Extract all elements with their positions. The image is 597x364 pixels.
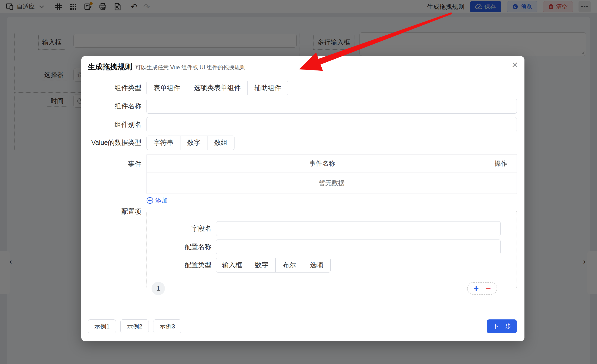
- add-event-label: 添加: [155, 196, 168, 205]
- events-table-header: 事件名称 操作: [147, 155, 517, 172]
- config-index-badge: 1: [152, 282, 165, 295]
- circle-plus-icon: [147, 197, 153, 204]
- component-alias-input[interactable]: [147, 117, 517, 132]
- component-type-option-option-form[interactable]: 选项类表单组件: [187, 81, 248, 95]
- config-item-box: 字段名 配置名称 配置类型 输入框 数字 布尔 选项: [147, 211, 517, 288]
- field-name-input[interactable]: [216, 221, 501, 236]
- value-type-group: 字符串 数字 数组: [147, 136, 517, 150]
- example1-button[interactable]: 示例1: [88, 319, 116, 333]
- value-type-label: Value的数据类型: [88, 138, 141, 147]
- generate-drag-rules-modal: × 生成拖拽规则 可以生成任意 Vue 组件或 UI 组件的拖拽规则 组件类型 …: [81, 56, 525, 341]
- remove-config-button[interactable]: −: [486, 284, 491, 293]
- events-empty-state: 暂无数据: [147, 172, 517, 194]
- value-type-option-number[interactable]: 数字: [180, 136, 207, 150]
- config-type-option-option[interactable]: 选项: [303, 258, 331, 272]
- config-type-label: 配置类型: [147, 261, 212, 270]
- events-col-name: 事件名称: [160, 155, 485, 172]
- modal-title: 生成拖拽规则: [88, 62, 132, 72]
- next-step-button[interactable]: 下一步: [487, 319, 517, 333]
- value-type-option-array[interactable]: 数组: [207, 136, 235, 150]
- config-section-label: 配置项: [88, 204, 141, 216]
- modal-subtitle: 可以生成任意 Vue 组件或 UI 组件的拖拽规则: [135, 64, 245, 71]
- component-type-option-aux[interactable]: 辅助组件: [247, 81, 288, 95]
- add-config-button[interactable]: +: [474, 284, 479, 293]
- value-type-option-string[interactable]: 字符串: [147, 136, 181, 150]
- events-label: 事件: [88, 154, 141, 169]
- config-type-group: 输入框 数字 布尔 选项: [216, 258, 501, 272]
- component-type-option-form[interactable]: 表单组件: [147, 81, 187, 95]
- example2-button[interactable]: 示例2: [120, 319, 149, 333]
- config-name-input[interactable]: [216, 240, 501, 254]
- close-icon[interactable]: ×: [512, 58, 518, 71]
- config-name-label: 配置名称: [147, 242, 212, 252]
- component-type-group: 表单组件 选项类表单组件 辅助组件: [147, 81, 517, 95]
- config-type-option-input[interactable]: 输入框: [216, 258, 248, 272]
- config-type-option-bool[interactable]: 布尔: [275, 258, 303, 272]
- example3-button[interactable]: 示例3: [153, 319, 181, 333]
- events-col-action: 操作: [485, 155, 517, 172]
- config-add-remove-pill: + −: [467, 282, 497, 295]
- component-name-input[interactable]: [147, 99, 517, 114]
- component-type-label: 组件类型: [88, 83, 141, 93]
- field-name-label: 字段名: [147, 224, 212, 233]
- events-col-index: [147, 155, 160, 172]
- events-table: 事件名称 操作 暂无数据: [147, 154, 517, 194]
- component-name-label: 组件名称: [88, 102, 141, 111]
- config-type-option-number[interactable]: 数字: [248, 258, 276, 272]
- component-alias-label: 组件别名: [88, 120, 141, 129]
- add-event-button[interactable]: 添加: [147, 197, 168, 204]
